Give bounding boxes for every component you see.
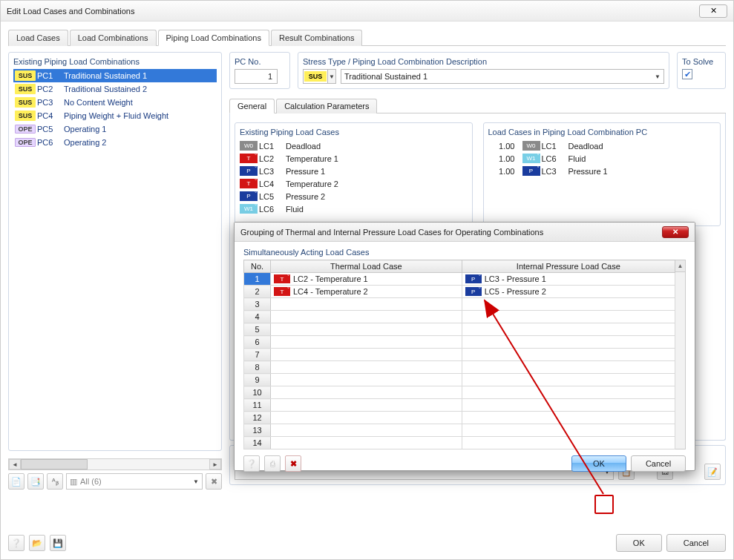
window-close-button[interactable]: ✕ [699, 4, 727, 18]
pressure-cell[interactable] [462, 298, 675, 311]
subtab-general[interactable]: General [229, 99, 275, 113]
dialog-close-button[interactable]: ✕ [662, 226, 689, 238]
pc-list-hscroll[interactable]: ◄ ► [8, 458, 222, 470]
sort-pc-button[interactable]: ᴬᵦ [47, 473, 63, 490]
scroll-thumb[interactable] [21, 459, 88, 470]
dialog-ok-button[interactable]: OK [571, 455, 626, 472]
pressure-cell[interactable]: P° LC5 - Pressure 2 [462, 286, 675, 298]
thermal-cell[interactable] [271, 298, 462, 311]
thermal-cell[interactable] [271, 437, 462, 449]
filter-all-dropdown[interactable]: ▥All (6) ▼ [66, 473, 203, 490]
thermal-cell[interactable] [271, 424, 462, 437]
lc-in-pc-list: 1.00W0 LC1 Deadload1.00W1° LC6 Fluid1.00… [488, 139, 716, 177]
table-scroll-up[interactable]: ▲ [675, 260, 685, 272]
pc-row-pc2[interactable]: SUS PC2 Traditional Sustained 2 [13, 82, 217, 96]
thermal-cell[interactable]: T° LC4 - Temperature 2 [271, 286, 462, 298]
thermal-cell[interactable] [271, 336, 462, 349]
dialog-tool-button[interactable]: ⎙ [264, 455, 281, 472]
scroll-left-icon[interactable]: ◄ [9, 459, 21, 470]
grouping-row-4[interactable]: 4 [244, 311, 675, 323]
grouping-row-12[interactable]: 12 [244, 412, 675, 424]
subtab-calculation-parameters[interactable]: Calculation Parameters [276, 99, 377, 113]
pc-no-input[interactable] [235, 69, 278, 84]
pc-row-pc6[interactable]: OPE PC6 Operating 2 [13, 136, 217, 149]
thermal-cell[interactable] [271, 386, 462, 399]
grouping-row-3[interactable]: 3 [244, 298, 675, 311]
stress-type-dropdown[interactable]: ▼ [327, 69, 336, 84]
pressure-cell[interactable] [462, 437, 675, 449]
pressure-cell[interactable] [462, 399, 675, 412]
thermal-cell[interactable] [271, 361, 462, 374]
lc-row-lc3[interactable]: 1.00P° LC3 Pressure 1 [488, 165, 716, 177]
pressure-cell[interactable] [462, 374, 675, 386]
tab-result-combinations[interactable]: Result Combinations [271, 30, 363, 46]
copy-pc-button[interactable]: 📑 [27, 473, 44, 490]
pressure-cell[interactable]: P° LC3 - Pressure 1 [462, 273, 675, 286]
grouping-row-1[interactable]: 1 T° LC2 - Temperature 1 P° LC3 - Pressu… [244, 273, 675, 286]
scroll-right-icon[interactable]: ► [209, 459, 221, 470]
lc-row-lc2[interactable]: T° LC2 Temperature 1 [240, 152, 468, 165]
tab-load-combinations[interactable]: Load Combinations [70, 30, 157, 46]
thermal-cell[interactable] [271, 374, 462, 386]
to-solve-label: To Solve [682, 57, 721, 66]
lc-id: LC5 [259, 192, 284, 201]
lc-row-lc1[interactable]: 1.00W0 LC1 Deadload [488, 139, 716, 152]
pressure-cell[interactable] [462, 361, 675, 374]
pressure-cell[interactable] [462, 323, 675, 336]
lc-row-lc4[interactable]: T° LC4 Temperature 2 [240, 177, 468, 190]
open-button[interactable]: 📂 [29, 535, 45, 551]
thermal-cell[interactable] [271, 311, 462, 323]
new-pc-button[interactable]: 📄 [8, 473, 24, 490]
lc-id: LC2 [259, 154, 284, 163]
lc-row-lc6[interactable]: 1.00W1° LC6 Fluid [488, 152, 716, 165]
thermal-cell[interactable] [271, 323, 462, 336]
pressure-cell[interactable] [462, 311, 675, 323]
tab-load-cases[interactable]: Load Cases [8, 30, 68, 46]
grouping-row-11[interactable]: 11 [244, 399, 675, 412]
col-no: No. [244, 260, 271, 273]
grouping-row-14[interactable]: 14 [244, 437, 675, 449]
grouping-row-5[interactable]: 5 [244, 323, 675, 336]
grouping-row-8[interactable]: 8 [244, 361, 675, 374]
lc-factor: 1.00 [488, 142, 521, 151]
grouping-row-13[interactable]: 13 [244, 424, 675, 437]
pressure-cell[interactable] [462, 386, 675, 399]
main-ok-button[interactable]: OK [616, 534, 662, 552]
comment-edit-button[interactable]: 📝 [704, 464, 721, 480]
pc-row-pc1[interactable]: SUS PC1 Traditional Sustained 1 [13, 69, 217, 82]
thermal-cell[interactable]: T° LC2 - Temperature 1 [271, 273, 462, 286]
pc-row-pc4[interactable]: SUS PC4 Piping Weight + Fluid Weight [13, 109, 217, 122]
pc-description-input[interactable]: Traditional Sustained 1 ▼ [341, 69, 664, 84]
thermal-cell[interactable] [271, 349, 462, 361]
lc-row-lc5[interactable]: P° LC5 Pressure 2 [240, 190, 468, 202]
pc-desc: Piping Weight + Fluid Weight [64, 111, 215, 120]
lc-row-lc6[interactable]: W1° LC6 Fluid [240, 202, 468, 215]
pressure-cell[interactable] [462, 412, 675, 424]
grouping-table[interactable]: No. Thermal Load Case Internal Pressure … [243, 260, 675, 449]
grouping-row-2[interactable]: 2 T° LC4 - Temperature 2 P° LC5 - Pressu… [244, 286, 675, 298]
grouping-row-6[interactable]: 6 [244, 336, 675, 349]
grouping-row-10[interactable]: 10 [244, 386, 675, 399]
thermal-cell[interactable] [271, 399, 462, 412]
to-solve-checkbox[interactable]: ✔ [682, 69, 692, 79]
thermal-cell[interactable] [271, 412, 462, 424]
tab-piping-load-combinations[interactable]: Piping Load Combinations [158, 30, 269, 46]
lc-row-lc3[interactable]: P° LC3 Pressure 1 [240, 165, 468, 177]
stress-type-group: Stress Type / Piping Load Combination De… [298, 52, 669, 89]
delete-pc-button[interactable]: ✖ [206, 473, 222, 490]
dialog-cancel-button[interactable]: Cancel [631, 455, 686, 472]
pressure-cell[interactable] [462, 336, 675, 349]
grouping-row-7[interactable]: 7 [244, 349, 675, 361]
dialog-help-button[interactable]: ❔ [243, 455, 260, 472]
pc-row-pc3[interactable]: SUS PC3 No Content Weight [13, 96, 217, 109]
pressure-cell[interactable] [462, 424, 675, 437]
help-button[interactable]: ❔ [8, 535, 24, 551]
pressure-cell[interactable] [462, 349, 675, 361]
grouping-row-9[interactable]: 9 [244, 374, 675, 386]
pc-row-pc5[interactable]: OPE PC5 Operating 1 [13, 122, 217, 136]
main-cancel-button[interactable]: Cancel [666, 534, 726, 552]
dialog-delete-button[interactable]: ✖ [285, 455, 301, 472]
row-no: 13 [244, 424, 271, 437]
save-button[interactable]: 💾 [50, 535, 66, 551]
lc-row-lc1[interactable]: W0 LC1 Deadload [240, 139, 468, 152]
